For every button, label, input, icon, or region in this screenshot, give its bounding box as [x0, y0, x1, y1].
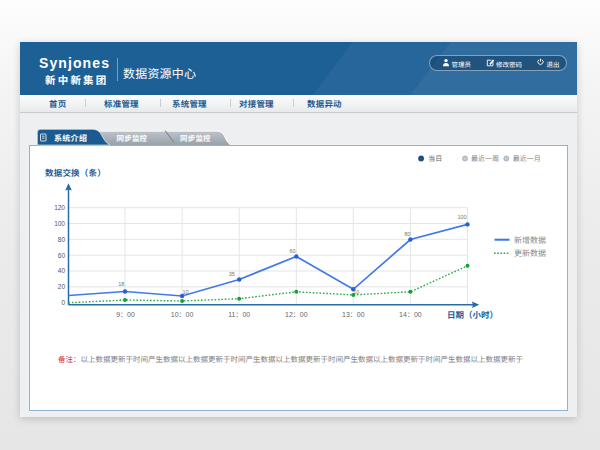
- svg-text:14：00: 14：00: [399, 311, 422, 318]
- svg-text:0: 0: [61, 299, 65, 306]
- svg-text:60: 60: [289, 248, 295, 254]
- svg-text:100: 100: [457, 214, 466, 220]
- svg-text:80: 80: [404, 231, 410, 237]
- svg-text:20: 20: [58, 283, 66, 290]
- svg-text:新增数据: 新增数据: [514, 236, 546, 245]
- svg-text:数据交换（条）: 数据交换（条）: [45, 168, 106, 178]
- svg-text:11：00: 11：00: [228, 311, 250, 318]
- svg-text:12：00: 12：00: [285, 311, 308, 318]
- svg-text:10：00: 10：00: [171, 311, 194, 318]
- svg-text:10: 10: [353, 289, 359, 295]
- svg-text:9：00: 9：00: [116, 311, 135, 318]
- svg-text:10: 10: [182, 289, 188, 295]
- svg-text:更新数据: 更新数据: [514, 249, 546, 258]
- svg-text:40: 40: [58, 267, 66, 274]
- svg-text:18: 18: [118, 281, 124, 287]
- svg-text:35: 35: [229, 271, 235, 277]
- svg-text:日期（小时）: 日期（小时）: [447, 310, 498, 320]
- svg-text:13：00: 13：00: [342, 311, 365, 318]
- svg-text:100: 100: [54, 220, 65, 227]
- svg-text:120: 120: [54, 204, 65, 211]
- svg-text:同步监控: 同步监控: [180, 134, 211, 143]
- svg-text:80: 80: [58, 236, 66, 243]
- svg-text:系统介绍: 系统介绍: [54, 134, 87, 143]
- svg-text:60: 60: [58, 252, 66, 259]
- svg-text:同步监控: 同步监控: [117, 134, 148, 143]
